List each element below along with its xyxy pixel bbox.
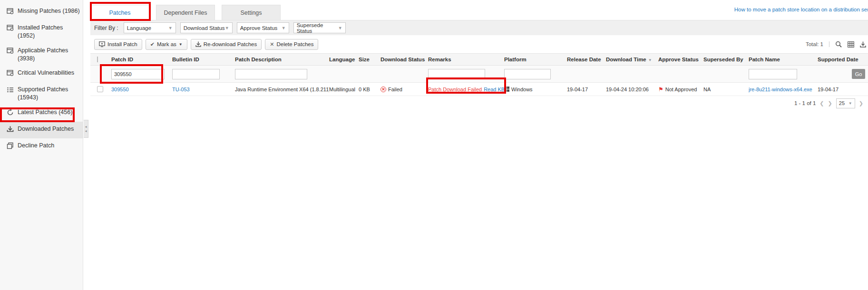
next-page-icon[interactable]: ❯ [828,100,832,106]
redownload-icon [195,41,201,47]
chevron-down-icon: ▼ [282,26,286,30]
col-remarks[interactable]: Remarks [428,57,504,62]
sidebar-item-installed-patches[interactable]: Installed Patches (1952) [0,20,83,43]
col-approve-status[interactable]: Approve Status [658,57,703,62]
search-icon[interactable] [835,41,842,48]
col-bulletin-id[interactable]: Bulletin ID [172,57,235,62]
failed-status-icon: ✕ [380,87,386,92]
col-patch-description[interactable]: Patch Description [235,57,329,62]
table-row[interactable]: 309550 TU-053 Java Runtime Environment X… [90,83,868,96]
tab-settings[interactable]: Settings [222,5,281,20]
col-patch-name[interactable]: Patch Name [749,57,818,62]
chevron-down-icon: ▼ [225,26,229,30]
patch-name-link[interactable]: jre-8u211-windows-x64.exe [749,87,812,92]
install-icon [99,41,105,47]
patch-description-filter-input[interactable] [235,69,307,79]
bulletin-id-link[interactable]: TU-053 [172,87,190,92]
window-installed-icon [7,24,14,34]
download-icon [7,125,14,135]
action-toolbar: Install Patch ✔ Mark as ▼ Re-download Pa… [90,35,868,53]
go-button[interactable]: Go [852,69,865,79]
toolbar-right: Total: 1 [806,35,866,53]
col-supported-date[interactable]: Supported Date [818,57,868,62]
sort-caret-icon: ▼ [648,58,652,62]
size-cell: 0 KB [359,87,380,92]
page-size-dropdown[interactable]: 25 ▼ [836,98,855,108]
download-status-filter-dropdown[interactable]: Download Status ▼ [180,22,233,33]
window-alert-icon [7,7,14,17]
pagination-range-label: 1 - 1 of 1 [794,100,816,106]
release-date-cell: 19-04-17 [567,87,606,92]
bulletin-id-filter-input[interactable] [172,69,220,79]
caret-down-icon: ▼ [179,42,183,47]
col-download-time[interactable]: Download Time▼ [606,57,658,62]
window-critical-icon [7,69,14,79]
remarks-error-text: Patch Download Failed [428,87,482,92]
windows-icon [504,87,509,92]
download-status-cell: ✕ Failed [380,87,428,92]
sidebar-item-applicable-patches[interactable]: Applicable Patches (3938) [0,43,83,66]
col-size[interactable]: Size [359,57,380,62]
tab-dependent-files[interactable]: Dependent Files [156,5,215,20]
sidebar-item-latest-patches[interactable]: Latest Patches (456) [0,105,83,122]
column-grid-icon[interactable] [848,41,854,48]
select-all-checkbox[interactable] [97,57,98,62]
sidebar-item-downloaded-patches[interactable]: Downloaded Patches [0,122,83,138]
sidebar-collapse-handle[interactable]: ◄ ◄ [84,120,88,138]
redownload-patches-button[interactable]: Re-download Patches [191,39,262,50]
supported-date-cell: 19-04-17 [818,87,868,92]
sidebar-item-critical-vulnerabilities[interactable]: Critical Vulnerabilities [0,66,83,82]
approve-status-filter-dropdown[interactable]: Approve Status ▼ [237,22,289,33]
export-icon[interactable] [860,41,866,48]
language-filter-dropdown[interactable]: Language ▼ [124,22,176,33]
read-kb-link[interactable]: Read KB [484,87,504,92]
sidebar-item-label: Missing Patches (1986) [18,7,80,15]
filter-by-label: Filter By : [94,25,118,31]
remarks-filter-input[interactable] [428,69,485,79]
tab-bar: Patches Dependent Files Settings How to … [90,0,868,20]
sidebar-item-decline-patch[interactable]: Decline Patch [0,138,83,155]
sidebar-item-missing-patches[interactable]: Missing Patches (1986) [0,4,83,20]
sidebar-item-label: Latest Patches (456) [18,108,72,116]
help-link[interactable]: How to move a patch store location on a … [734,7,868,12]
sidebar-item-label: Critical Vulnerabilities [18,69,74,77]
col-superseded-by[interactable]: Superseded By [703,57,749,62]
col-release-date[interactable]: Release Date [567,57,606,62]
chevron-down-icon: ▼ [168,26,173,30]
sidebar: Missing Patches (1986) Installed Patches… [0,0,83,290]
patch-name-filter-input[interactable] [749,69,797,79]
col-language[interactable]: Language [329,57,359,62]
collapse-arrow-icon: ◄ [84,129,88,133]
sidebar-item-label: Decline Patch [18,142,54,150]
approve-status-cell: ⚑ Not Approved [658,86,703,93]
filter-bar: Filter By : Language ▼ Download Status ▼… [90,20,868,35]
patch-id-filter-input[interactable] [111,69,165,79]
column-filter-row: Go [90,66,868,83]
prev-page-icon[interactable]: ❮ [819,100,824,106]
main-content: Patches Dependent Files Settings How to … [90,0,868,110]
platform-filter-input[interactable] [504,69,551,79]
col-download-status[interactable]: Download Status [380,57,428,62]
chevron-down-icon: ▼ [848,101,852,106]
refresh-icon [7,108,14,118]
sidebar-item-label: Applicable Patches (3938) [18,47,80,63]
tab-patches[interactable]: Patches [90,5,149,20]
table-header-row: Patch ID Bulletin ID Patch Description L… [90,53,868,66]
row-checkbox[interactable] [97,86,103,92]
patch-id-link[interactable]: 309550 [111,87,129,92]
sidebar-item-label: Downloaded Patches [18,125,74,133]
supersede-status-filter-dropdown[interactable]: Supersede Status ▼ [293,22,346,33]
install-patch-button[interactable]: Install Patch [94,39,142,50]
decline-icon [7,142,14,152]
col-patch-id[interactable]: Patch ID [111,57,172,62]
list-icon [7,86,14,96]
pager-more-icon[interactable]: ❯ [859,100,863,106]
total-count-label: Total: 1 [806,41,829,47]
pagination-bar: 1 - 1 of 1 ❮ ❯ 25 ▼ ❯ [90,96,868,110]
superseded-by-cell: NA [703,87,749,92]
sidebar-item-supported-patches[interactable]: Supported Patches (15943) [0,82,83,105]
delete-patches-button[interactable]: ✕ Delete Patches [265,39,318,50]
download-time-cell: 19-04-24 10:20:06 [606,87,658,92]
mark-as-button[interactable]: ✔ Mark as ▼ [146,39,187,50]
col-platform[interactable]: Platform [504,57,567,62]
